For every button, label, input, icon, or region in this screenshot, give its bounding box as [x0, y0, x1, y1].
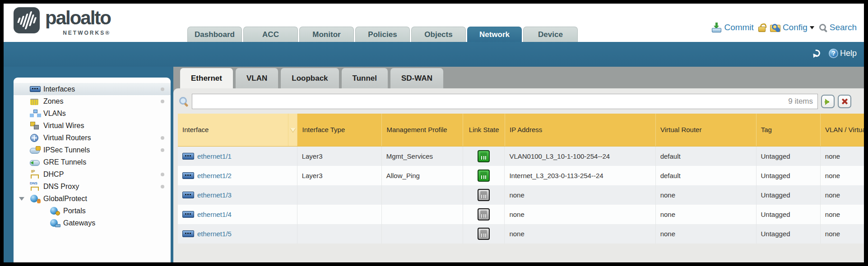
sort-dropdown[interactable]: [288, 114, 298, 146]
search-button[interactable]: Search: [819, 23, 857, 32]
cell-tag: Untagged: [757, 166, 821, 185]
cell-vlan-virtual-wire: none: [821, 166, 864, 185]
sidebar-item[interactable]: Portals: [14, 205, 171, 217]
cell-virtual-router: default: [656, 166, 757, 185]
main-content: EthernetVLANLoopbackTunnelSD-WAN 9 items…: [173, 67, 864, 262]
sidebar-item-label: Virtual Routers: [43, 134, 91, 142]
sidebar-item[interactable]: IPSec Tunnels: [14, 144, 171, 156]
column-header-vlan-virtual-wire[interactable]: VLAN / Virtual Wire: [821, 114, 864, 146]
sidebar-item-label: VLANs: [43, 110, 66, 118]
filter-input[interactable]: 9 items: [192, 94, 818, 109]
cell-ip-address: none: [505, 205, 655, 224]
cell-tag: Untagged: [757, 224, 821, 243]
cell-tag: Untagged: [757, 205, 821, 224]
sidebar-item-label: GRE Tunnels: [43, 158, 86, 166]
sidebar-item-label: Portals: [63, 207, 86, 215]
clear-filter-button[interactable]: [838, 95, 851, 108]
cell-vlan-virtual-wire: none: [821, 205, 864, 224]
sidebar-item-icon: [50, 219, 60, 227]
status-dot: [161, 87, 164, 91]
ethernet-port-icon: [182, 172, 194, 179]
table-row[interactable]: ethernet1/1 Layer3 Mgmt_Services VLAN010…: [178, 147, 864, 166]
items-count: 9 items: [788, 97, 813, 106]
sidebar-item-label: Zones: [43, 97, 63, 105]
interface-link[interactable]: ethernet1/2: [197, 172, 232, 179]
lock-icon[interactable]: [758, 23, 766, 32]
link-state-icon: [478, 208, 490, 220]
main-tab[interactable]: Monitor: [299, 27, 354, 42]
cell-management-profile: [382, 224, 463, 243]
cell-interface-type: Layer3: [297, 147, 382, 166]
logo-brand-text: paloalto: [45, 7, 111, 29]
help-button[interactable]: ? Help: [829, 49, 857, 58]
cell-virtual-router: none: [656, 205, 757, 224]
cell-management-profile: [382, 185, 463, 205]
apply-filter-button[interactable]: [821, 95, 835, 108]
ethernet-port-icon: [182, 192, 194, 198]
commit-button[interactable]: Commit: [711, 23, 753, 32]
table-row[interactable]: ethernet1/4 none none Untagged none: [178, 205, 864, 224]
main-tab[interactable]: Policies: [355, 27, 410, 42]
interface-link[interactable]: ethernet1/1: [197, 152, 232, 160]
cell-ip-address: none: [505, 224, 655, 243]
sidebar-item-label: DHCP: [43, 170, 64, 179]
table-row[interactable]: ethernet1/2 Layer3 Allow_Ping Internet_L…: [178, 166, 864, 185]
cell-management-profile: [382, 205, 463, 224]
sidebar-item[interactable]: Zones: [14, 95, 171, 107]
sidebar-item[interactable]: VLANs: [14, 107, 171, 119]
interface-type-tab[interactable]: SD-WAN: [390, 68, 444, 88]
expand-arrow-icon[interactable]: [19, 197, 24, 203]
sidebar-item[interactable]: GlobalProtect: [14, 193, 171, 205]
search-label: Search: [830, 23, 857, 32]
column-header-interface[interactable]: Interface: [178, 114, 288, 146]
interface-link[interactable]: ethernet1/4: [197, 211, 232, 218]
column-header-virtual-router[interactable]: Virtual Router: [656, 114, 757, 146]
sidebar-item[interactable]: Gateways: [14, 217, 171, 229]
help-label: Help: [840, 49, 857, 58]
sidebar-item[interactable]: GRE Tunnels: [14, 156, 171, 168]
sort-dropdown-icon: [290, 128, 296, 135]
link-state-icon: [478, 150, 490, 162]
sidebar-item[interactable]: DNS Proxy: [14, 180, 171, 193]
table-row[interactable]: ethernet1/3 none none Untagged none: [178, 185, 864, 205]
table-body: ethernet1/1 Layer3 Mgmt_Services VLAN010…: [178, 147, 864, 243]
interface-type-tab[interactable]: Tunnel: [341, 68, 388, 88]
cell-ip-address: VLAN0100_L3_10-1-100-254--24: [505, 147, 655, 166]
main-tab[interactable]: ACC: [243, 27, 298, 42]
sidebar-item-label: Virtual Wires: [43, 122, 84, 130]
cell-interface-type: Layer3: [297, 166, 382, 185]
sidebar-item[interactable]: Virtual Wires: [14, 119, 171, 132]
interface-type-tab[interactable]: VLAN: [235, 68, 279, 88]
table-row[interactable]: ethernet1/5 none none Untagged none: [178, 224, 864, 243]
commit-icon: [711, 23, 722, 32]
sidebar-item-label: DNS Proxy: [43, 183, 79, 191]
sidebar-item-icon: [30, 110, 41, 118]
sidebar-item[interactable]: Interfaces: [14, 83, 171, 95]
main-tab[interactable]: Dashboard: [187, 27, 242, 42]
utility-bar: Commit Config Search: [711, 23, 857, 32]
main-tab[interactable]: Device: [523, 27, 578, 42]
status-dot: [161, 148, 164, 152]
paloalto-logo: paloalto NETWORKS®: [14, 7, 111, 36]
column-header-tag[interactable]: Tag: [757, 114, 821, 146]
ethernet-port-icon: [182, 211, 194, 218]
sidebar-item[interactable]: DHCP: [14, 168, 171, 180]
main-tab[interactable]: Network: [467, 27, 522, 42]
sidebar-item-icon: [30, 170, 41, 179]
sidebar-item-label: GlobalProtect: [43, 195, 87, 203]
interface-type-tab[interactable]: Ethernet: [180, 68, 233, 88]
interface-link[interactable]: ethernet1/3: [197, 191, 232, 199]
sidebar-item[interactable]: Virtual Routers: [14, 132, 171, 144]
interface-type-tab[interactable]: Loopback: [280, 68, 339, 88]
column-header-link-state[interactable]: Link State: [463, 114, 505, 146]
refresh-icon[interactable]: [812, 48, 822, 58]
column-header-ip-address[interactable]: IP Address: [505, 114, 656, 146]
interface-link[interactable]: ethernet1/5: [197, 230, 232, 238]
main-tab[interactable]: Objects: [411, 27, 466, 42]
config-menu-button[interactable]: Config: [770, 23, 814, 32]
column-header-management-profile[interactable]: Management Profile: [382, 114, 463, 146]
column-header-interface-type[interactable]: Interface Type: [297, 114, 382, 146]
sidebar-item-icon: [30, 97, 41, 105]
interfaces-table: Interface Interface Type Management Prof…: [178, 114, 864, 243]
cell-tag: Untagged: [757, 185, 821, 205]
